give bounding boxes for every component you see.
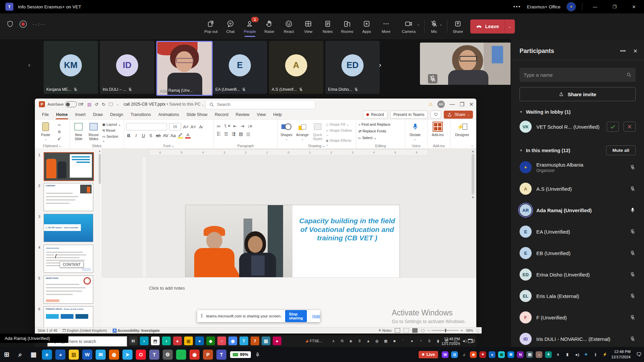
taskbar-app-icon-9[interactable]: ◍ (107, 347, 121, 362)
arrange-button[interactable]: Arrange⌄ (296, 122, 309, 141)
tray-icon-14[interactable]: ▮ (563, 347, 572, 362)
format-painter-icon[interactable]: 🖌 (56, 136, 62, 141)
ppt-share-button[interactable]: Share ⌄ (444, 111, 473, 119)
taskbar-app-icon-12[interactable]: T (148, 347, 161, 362)
video-tile-3[interactable]: Ada Ramaj (Unv... (156, 41, 213, 96)
device-share-button[interactable]: Share (450, 18, 466, 35)
slide-thumbnail-1[interactable]: 1 (44, 152, 97, 181)
toolbar-more-button[interactable]: More (376, 15, 396, 38)
shared-tray-icon-5[interactable]: ▲ (365, 338, 372, 344)
tray-icon-3[interactable]: ♫ (460, 347, 468, 362)
tray-icon-13[interactable]: ∧ (553, 347, 562, 362)
ppt-close-button[interactable]: ✕ (469, 101, 474, 108)
ppt-tab-design[interactable]: Design (106, 110, 127, 119)
taskbar-app-icon-17[interactable]: T (215, 347, 228, 362)
shared-app-icon-14[interactable]: ● (273, 337, 281, 345)
shared-app-icon-5[interactable]: ● (173, 337, 182, 345)
shrink-font-icon[interactable]: A˅ (191, 124, 196, 129)
shared-app-icon-6[interactable]: ▣ (184, 337, 193, 345)
tray-icon-12[interactable]: ✛ (544, 347, 553, 362)
tray-icon-2[interactable]: ◎ (450, 347, 459, 362)
mic-muted-icon[interactable] (630, 250, 636, 256)
mic-muted-icon[interactable] (630, 314, 636, 320)
shared-app-icon-9[interactable]: ○ (217, 337, 226, 345)
taskbar-clock[interactable]: 12:48 PM 12/17/2024 (611, 349, 631, 360)
tray-icon-16[interactable]: ✈ (582, 347, 590, 362)
shared-app-icon-11[interactable]: T (239, 337, 248, 345)
tray-icon-9[interactable]: N (516, 347, 525, 362)
participant-row[interactable]: ✶Erasmusplus AlbaniaOrganizer (511, 157, 644, 178)
undo-icon[interactable]: ↺ (95, 102, 98, 107)
mic-muted-icon[interactable] (630, 272, 636, 278)
participant-row[interactable]: ELEris Lala (External) (511, 285, 644, 307)
ppt-tab-animations[interactable]: Animations (155, 110, 183, 119)
participants-close-icon[interactable]: ✕ (633, 48, 638, 54)
qat-customize-icon[interactable]: ⌄ (116, 103, 119, 106)
record-button[interactable]: Record (363, 111, 387, 119)
shape-fill-button[interactable]: ◇ Shape Fill ⌄ (326, 122, 354, 126)
ppt-minimize-button[interactable]: — (449, 101, 455, 107)
toolbar-react-button[interactable]: React (279, 15, 299, 38)
reading-view-icon[interactable] (412, 328, 418, 333)
strip-next-icon[interactable]: › (379, 61, 381, 69)
toolbar-rooms-button[interactable]: Rooms (337, 15, 357, 38)
shared-app-icon-2[interactable]: ◗ (140, 337, 149, 345)
shared-tray-icon-11[interactable]: ◔ (417, 338, 424, 344)
tray-icon-17[interactable]: ᛒ (591, 347, 600, 362)
taskbar-app-icon-4[interactable]: e (40, 347, 54, 362)
slide-thumbnail-3[interactable]: 31. CB VET action – short overview (44, 214, 97, 242)
find-replace-button[interactable]: ⌕ Find and Replace (358, 122, 390, 127)
numbering-button[interactable]: ⒈≡ (223, 123, 230, 129)
font-color-button[interactable]: A (185, 132, 191, 138)
participant-row[interactable]: EDErina Disho (Unverified) (511, 264, 644, 285)
section-button[interactable]: ▭ Section ⌄ (102, 134, 122, 142)
shared-app-icon-8[interactable]: ◆ (206, 337, 215, 345)
shared-app-icon-10[interactable]: ◉ (228, 337, 237, 345)
paste-button[interactable]: Paste⌄ (37, 122, 54, 141)
select-button[interactable]: ▻ Select ⌄ (358, 136, 390, 140)
reset-button[interactable]: ⟲ Reset (102, 128, 122, 132)
shared-notifications-icon[interactable]: 🗔 (468, 338, 473, 344)
participant-row[interactable]: ARAda Ramaj (Unverified) (511, 199, 644, 221)
toolbar-chat-button[interactable]: Chat (221, 15, 240, 38)
taskbar-app-icon-7[interactable]: W (80, 347, 94, 362)
shared-app-icon-12[interactable]: 7 (251, 337, 259, 345)
tray-icon-7[interactable]: ▣ (497, 347, 506, 362)
titlebar-more-icon[interactable]: ••• (513, 4, 521, 10)
mic-muted-icon[interactable] (630, 186, 636, 192)
battery-indicator[interactable]: 99% (230, 351, 251, 358)
slide-thumbnail-6[interactable]: 6THEMATIC AREAS – Focus on one or more (44, 306, 97, 327)
font-name-select[interactable] (126, 123, 167, 130)
video-tile-6[interactable]: EDErina Disho... (325, 41, 380, 94)
save-icon[interactable]: ▤ (87, 102, 91, 107)
normal-view-icon[interactable] (395, 328, 400, 333)
taskbar-app-icon-6[interactable]: ▥ (67, 347, 80, 362)
chevron-down-icon[interactable]: ⌄ (417, 22, 420, 26)
shared-app-icon-13[interactable]: ▤ (262, 337, 270, 345)
zoom-level[interactable]: 58% (466, 328, 473, 333)
clear-format-icon[interactable]: A̷ (198, 124, 203, 129)
accessibility-status[interactable]: ♿ Accessibility: Investigate (112, 328, 160, 333)
meeting-section-header[interactable]: ▼ In this meeting (12) Mute all (511, 137, 644, 157)
redo-icon[interactable]: ↻ (102, 102, 105, 107)
slideshow-icon[interactable]: 🖵 (109, 102, 113, 107)
shared-tray-icon-7[interactable]: ▦ (382, 338, 389, 344)
italic-button[interactable]: I (133, 133, 139, 138)
ppt-user-avatar[interactable]: AR (437, 101, 445, 108)
bold-button[interactable]: B (126, 133, 131, 138)
ppt-search-input[interactable]: Search (205, 100, 315, 109)
device-mic-button[interactable]: Mic⌄ (427, 18, 444, 35)
mute-all-button[interactable]: Mute all (606, 145, 636, 155)
ppt-tab-view[interactable]: View (253, 110, 270, 119)
tray-icon-5[interactable]: ✦ (478, 347, 487, 362)
lobby-row[interactable]: VKVET School R... (Unverified) (511, 116, 644, 137)
slide-thumbnail-5[interactable]: 5OBJECTIVES (44, 276, 97, 304)
video-tile-1[interactable]: KMKesjana ME... (44, 41, 98, 94)
ppt-restore-button[interactable]: ❐ (460, 101, 464, 108)
slide-thumbnail-4[interactable]: 4 (44, 245, 97, 273)
tray-icon-15[interactable]: ◄) (572, 347, 581, 362)
notes-toggle[interactable]: ≜ Notes (378, 328, 391, 333)
language-status[interactable]: 🗔 English (United Kingdom) (62, 328, 107, 333)
participant-search-input[interactable]: Type a name (520, 68, 636, 82)
participant-row[interactable]: EEA (Unverified) (511, 221, 644, 242)
